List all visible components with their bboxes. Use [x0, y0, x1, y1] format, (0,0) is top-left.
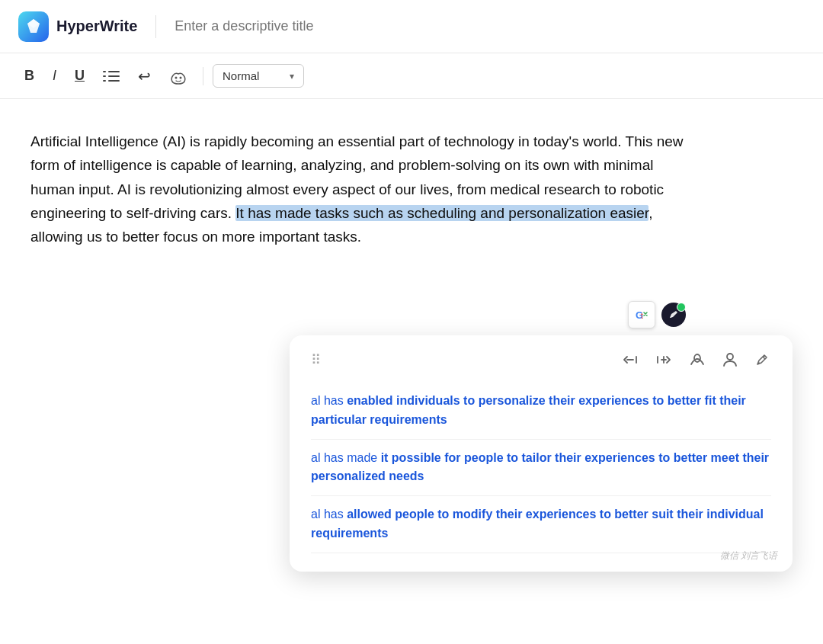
- inline-action-icons: G t: [628, 301, 686, 328]
- formatting-toolbar: B I U ↩ Normal ▾: [0, 53, 823, 99]
- ai-assist-button[interactable]: [163, 63, 194, 89]
- document-title-input[interactable]: [175, 18, 805, 34]
- svg-point-8: [180, 76, 182, 78]
- suggestion-item-2[interactable]: al has made it possible for people to ta…: [311, 440, 771, 497]
- style-button[interactable]: [687, 351, 707, 369]
- toolbar-separator: [203, 67, 203, 85]
- edit-button[interactable]: [753, 351, 771, 369]
- person-button[interactable]: [721, 351, 739, 369]
- ai-pen-button[interactable]: [661, 303, 686, 327]
- panel-toolbar: ⠿: [311, 351, 771, 369]
- suggestion-item-1[interactable]: al has enabled individuals to personaliz…: [311, 383, 771, 440]
- suggestion-1-has: has: [324, 394, 347, 407]
- suggestion-panel: ⠿: [290, 335, 793, 572]
- svg-rect-6: [108, 80, 120, 82]
- svg-point-13: [727, 354, 733, 360]
- app-logo-icon: [18, 11, 49, 42]
- suggestion-1-main: enabled individuals to personalize their…: [311, 394, 746, 426]
- svg-rect-1: [103, 71, 106, 72]
- dropdown-arrow-icon: ▾: [290, 71, 294, 82]
- list-button[interactable]: [97, 65, 126, 88]
- undo-button[interactable]: ↩: [132, 62, 157, 90]
- expand-left-button[interactable]: [620, 351, 640, 368]
- suggestion-2-has: has made: [324, 451, 381, 464]
- panel-tools: [620, 351, 771, 369]
- svg-rect-2: [108, 71, 120, 72]
- logo-area: HyperWrite: [18, 11, 137, 42]
- svg-text:t: t: [641, 312, 643, 320]
- underline-button[interactable]: U: [69, 63, 91, 88]
- svg-rect-5: [103, 80, 106, 82]
- app-header: HyperWrite: [0, 0, 823, 53]
- editor-area: Artificial Intelligence (AI) is rapidly …: [0, 99, 732, 264]
- editor-content[interactable]: Artificial Intelligence (AI) is rapidly …: [30, 130, 701, 249]
- logo-text: HyperWrite: [56, 18, 137, 35]
- svg-rect-4: [108, 75, 120, 77]
- suggestion-3-main: allowed people to modify their experienc…: [311, 508, 764, 540]
- suggestion-3-has: has: [324, 508, 347, 521]
- suggestion-2-prefix: al: [311, 451, 320, 464]
- svg-point-12: [694, 354, 700, 362]
- bold-button[interactable]: B: [18, 63, 40, 88]
- svg-rect-3: [103, 75, 106, 77]
- style-dropdown-label: Normal: [223, 69, 259, 82]
- svg-point-7: [175, 76, 178, 78]
- text-style-dropdown[interactable]: Normal ▾: [213, 64, 304, 88]
- collapse-button[interactable]: [654, 351, 674, 368]
- drag-handle-icon[interactable]: ⠿: [311, 351, 322, 368]
- translate-button[interactable]: G t: [628, 301, 655, 328]
- header-divider: [155, 15, 156, 38]
- suggestion-item-3[interactable]: al has allowed people to modify their ex…: [311, 496, 771, 553]
- suggestion-1-prefix: al: [311, 394, 320, 407]
- suggestion-3-prefix: al: [311, 508, 320, 521]
- italic-button[interactable]: I: [46, 63, 62, 88]
- highlighted-text: It has made tasks such as scheduling and…: [235, 205, 648, 221]
- watermark-text: 微信 刘言飞语: [720, 549, 777, 562]
